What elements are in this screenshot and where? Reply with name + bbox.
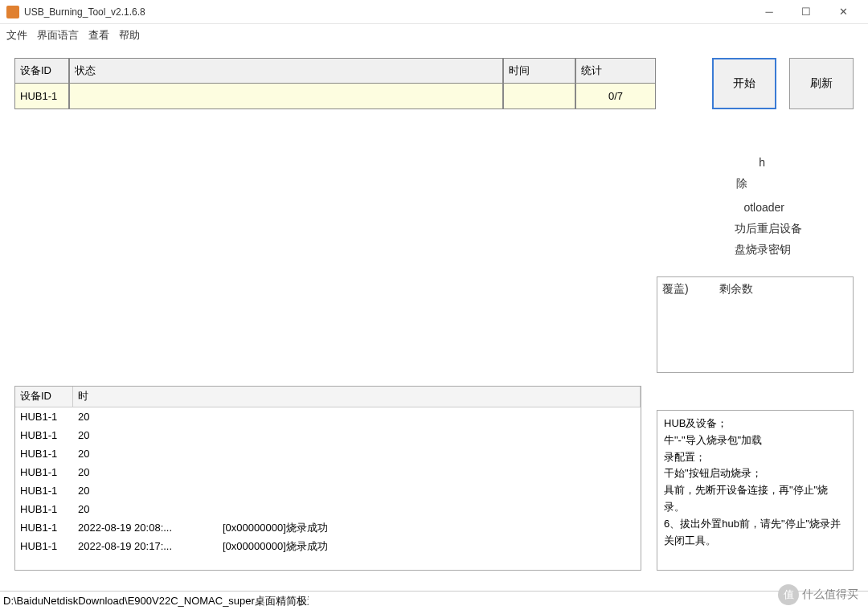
- start-button[interactable]: 开始: [712, 58, 776, 109]
- cell-status: [69, 84, 503, 109]
- col-time: 时间: [503, 58, 575, 84]
- col-status: 状态: [69, 58, 503, 84]
- event-list: 设备ID 时 HUB1-120HUB1-120HUB1-120HUB1-120H…: [14, 386, 641, 571]
- event-row: HUB1-120: [15, 426, 641, 444]
- event-row: HUB1-120: [15, 407, 641, 426]
- cell-time: [503, 84, 575, 109]
- refresh-button[interactable]: 刷新: [789, 58, 854, 109]
- watermark: 值 什么值得买: [778, 584, 858, 605]
- status-path: D:\BaiduNetdiskDownload\E900V22C_NOMAC_s…: [3, 594, 309, 608]
- maximize-button[interactable]: ☐: [788, 0, 825, 24]
- right-frag-box: 覆盖) 剩余数: [657, 276, 854, 373]
- right-frag-flash: 除: [736, 177, 747, 191]
- event-row: HUB1-120: [15, 463, 641, 481]
- menu-language[interactable]: 界面语言: [37, 28, 79, 43]
- menubar: 文件 界面语言 查看 帮助: [0, 24, 868, 47]
- menu-help[interactable]: 帮助: [119, 28, 140, 43]
- event-row: HUB1-12022-08-19 20:17:...[0x00000000]烧录…: [15, 537, 641, 555]
- instructions-panel: HUB及设备； 牛"-"导入烧录包"加载 录配置； 干始"按钮启动烧录； 具前，…: [657, 410, 854, 571]
- menu-view[interactable]: 查看: [88, 28, 109, 43]
- cell-stats: 0/7: [575, 84, 656, 109]
- event-row: HUB1-12022-08-19 20:08:...[0x00000000]烧录…: [15, 518, 641, 537]
- event-row: HUB1-120: [15, 500, 641, 518]
- col-stats: 统计: [575, 58, 656, 84]
- statusbar: D:\BaiduNetdiskDownload\E900V22C_NOMAC_s…: [0, 591, 868, 610]
- window-title: USB_Burning_Tool_v2.1.6.8: [24, 6, 751, 18]
- right-frag-otloader: otloader: [743, 201, 784, 214]
- right-frag-reboot: 功后重启设备: [735, 222, 802, 236]
- app-icon: [6, 6, 19, 18]
- col-device-id: 设备ID: [14, 58, 69, 84]
- event-row: HUB1-120: [15, 444, 641, 463]
- evt-col-time: 时: [73, 387, 641, 407]
- minimize-button[interactable]: ─: [751, 0, 788, 24]
- event-row: HUB1-120: [15, 481, 641, 500]
- menu-file[interactable]: 文件: [6, 28, 27, 43]
- cell-device-id: HUB1-1: [14, 84, 69, 109]
- evt-col-id: 设备ID: [15, 387, 73, 407]
- close-button[interactable]: ✕: [825, 0, 862, 24]
- right-frag-key: 盘烧录密钥: [735, 243, 791, 257]
- window-titlebar: USB_Burning_Tool_v2.1.6.8 ─ ☐ ✕: [0, 0, 868, 24]
- right-frag-h: h: [759, 156, 765, 169]
